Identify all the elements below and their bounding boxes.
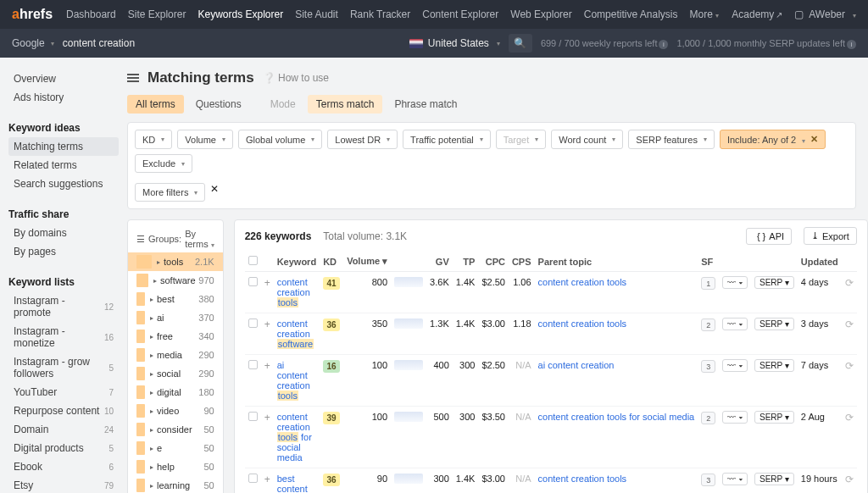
group-term[interactable]: ▸ai370 [128,308,223,327]
search-button[interactable]: 🔍 [509,34,532,53]
sidebar-item[interactable]: Related terms [8,156,119,174]
export-button[interactable]: ⤓Export [804,227,857,245]
row-checkbox[interactable] [248,474,258,483]
keyword-link[interactable]: best content creation software [277,474,314,493]
parent-topic-link[interactable]: ai content creation [538,360,615,370]
sf-badge[interactable]: 2 [701,319,715,331]
sidebar-item[interactable]: By pages [8,242,119,261]
how-to-use-link[interactable]: ❔ How to use [263,72,329,84]
col-tp[interactable]: TP [453,252,479,272]
close-icon[interactable]: ✕ [810,134,818,145]
add-icon[interactable]: + [264,319,270,330]
tab-questions[interactable]: Questions [187,95,250,114]
refresh-icon[interactable]: ⟳ [845,277,854,289]
keyword-link[interactable]: ai content creation tools [277,360,310,401]
refresh-icon[interactable]: ⟳ [845,319,854,330]
nav-item[interactable]: Web Explorer [510,8,571,20]
search-engine-select[interactable]: Google [12,37,54,49]
nav-item[interactable]: Site Explorer [128,8,186,20]
trend-button[interactable]: 〰 ▾ [722,318,748,330]
serp-button[interactable]: SERP ▾ [754,359,794,372]
keyword-link[interactable]: content creation tools for social media [277,412,312,463]
sf-badge[interactable]: 2 [701,412,715,424]
info-icon[interactable]: i [847,40,856,49]
row-checkbox[interactable] [248,360,258,369]
nav-item[interactable]: Content Explorer [422,8,498,20]
add-icon[interactable]: + [264,412,270,424]
col-gv[interactable]: GV [426,252,453,272]
col-keyword[interactable]: Keyword [274,252,320,272]
group-term[interactable]: ▸learning50 [128,476,223,493]
sidebar-item[interactable]: Etsy79 [8,476,119,493]
info-icon[interactable]: i [659,40,668,49]
col-parent-topic[interactable]: Parent topic [535,252,698,272]
sf-badge[interactable]: 3 [701,360,715,373]
sidebar-item[interactable]: Instagram - monetize16 [8,322,119,352]
trend-button[interactable]: 〰 ▾ [722,411,748,424]
api-button[interactable]: { } API [746,228,792,245]
nav-item[interactable]: Site Audit [295,8,338,20]
parent-topic-link[interactable]: content creation tools [538,277,627,287]
nav-item[interactable]: Competitive Analysis [584,8,678,20]
keyword-link[interactable]: content creation tools [277,277,310,307]
serp-button[interactable]: SERP ▾ [754,276,794,289]
filter-volume[interactable]: Volume [177,130,233,149]
filter-word-count[interactable]: Word count [551,130,623,149]
group-term[interactable]: ▸social290 [128,364,223,383]
serp-button[interactable]: SERP ▾ [754,411,794,424]
sf-badge[interactable]: 3 [701,474,715,486]
trend-button[interactable]: 〰 ▾ [722,359,748,372]
keyword-input[interactable] [63,37,401,49]
parent-topic-link[interactable]: content creation tools for social media [538,412,695,422]
refresh-icon[interactable]: ⟳ [845,474,854,485]
group-term[interactable]: ▸media290 [128,346,223,364]
filter-global-volume[interactable]: Global volume [238,130,322,149]
clear-filters-icon[interactable]: ✕ [210,183,219,202]
nav-item[interactable]: Keywords Explorer [198,8,283,20]
sidebar-item[interactable]: Instagram - promote12 [8,291,119,322]
filter-lowest-dr[interactable]: Lowest DR [327,130,398,149]
group-term[interactable]: ▸best380 [128,290,223,308]
filter-exclude[interactable]: Exclude [135,154,192,173]
col-sf[interactable]: SF [698,252,719,272]
tab-terms-match[interactable]: Terms match [308,95,383,114]
refresh-icon[interactable]: ⟳ [845,412,854,424]
sidebar-item[interactable]: Overview [8,69,119,88]
sidebar-item[interactable]: Domain24 [8,420,119,439]
parent-topic-link[interactable]: content creation tools [538,319,627,329]
nav-item[interactable]: Rank Tracker [350,8,410,20]
filter-more[interactable]: More filters [135,183,205,202]
add-icon[interactable]: + [264,474,270,485]
serp-button[interactable]: SERP ▾ [754,473,794,485]
col-volume[interactable]: Volume ▾ [343,252,391,272]
refresh-icon[interactable]: ⟳ [845,360,854,372]
filter-traffic-potential[interactable]: Traffic potential [403,130,491,149]
row-checkbox[interactable] [248,319,258,328]
sidebar-item[interactable]: Search suggestions [8,174,119,193]
add-icon[interactable]: + [264,360,270,372]
filter-serp-features[interactable]: SERP features [628,130,715,149]
sf-badge[interactable]: 1 [701,277,715,290]
group-term[interactable]: ▸consider50 [128,420,223,439]
group-term[interactable]: ▸digital180 [128,383,223,402]
row-checkbox[interactable] [248,277,258,286]
tab-phrase-match[interactable]: Phrase match [386,95,465,114]
group-term[interactable]: ▸software970 [128,271,223,290]
sidebar-item[interactable]: Digital products5 [8,439,119,457]
col-updated[interactable]: Updated [798,252,842,272]
group-term[interactable]: ▸e50 [128,439,223,457]
col-kd[interactable]: KD [320,252,343,272]
col-cpc[interactable]: CPC [478,252,509,272]
filter-kd[interactable]: KD [135,130,172,149]
trend-button[interactable]: 〰 ▾ [722,473,748,485]
account-menu[interactable]: ▢ AWeber [794,8,856,20]
sidebar-item[interactable]: Instagram - grow followers5 [8,352,119,383]
sidebar-item[interactable]: Ads history [8,88,119,107]
filter-target[interactable]: Target [496,130,547,149]
group-term[interactable]: ▸free340 [128,327,223,346]
group-term[interactable]: ▸help50 [128,457,223,476]
nav-item[interactable]: Dashboard [66,8,116,20]
group-term[interactable]: ▸tools2.1K [128,252,223,271]
keyword-link[interactable]: content creation software [277,319,314,349]
sidebar-item[interactable]: By domains [8,224,119,242]
